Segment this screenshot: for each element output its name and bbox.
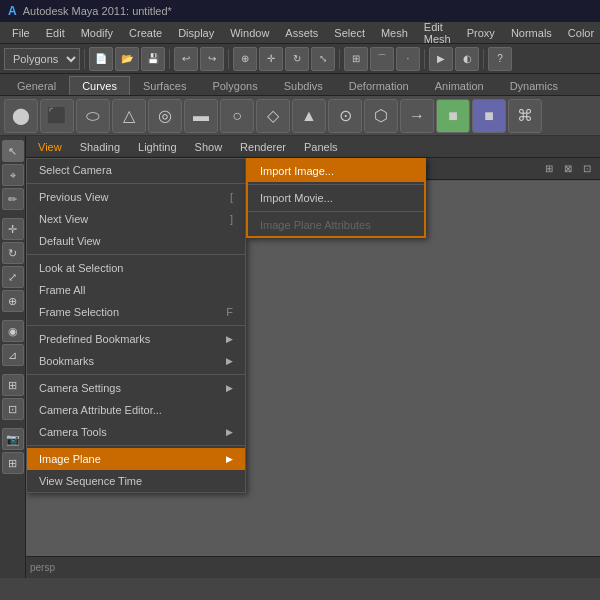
shelf-cone[interactable]: △ bbox=[112, 99, 146, 133]
menu-color[interactable]: Color bbox=[560, 25, 600, 41]
select-btn[interactable]: ⊕ bbox=[233, 47, 257, 71]
menu-camera-attribute-editor[interactable]: Camera Attribute Editor... bbox=[27, 399, 245, 421]
shelf-cube[interactable]: ⬛ bbox=[40, 99, 74, 133]
vp-menu-shading[interactable]: Shading bbox=[72, 139, 128, 155]
shelf-extra2[interactable]: ■ bbox=[472, 99, 506, 133]
submenu-import-image[interactable]: Import Image... bbox=[248, 160, 424, 182]
snap-point-btn[interactable]: · bbox=[396, 47, 420, 71]
shelf-extra3[interactable]: ⌘ bbox=[508, 99, 542, 133]
soft-mod[interactable]: ◉ bbox=[2, 320, 24, 342]
tab-curves[interactable]: Curves bbox=[69, 76, 130, 95]
shelf-extra1[interactable]: ■ bbox=[436, 99, 470, 133]
menu-mesh[interactable]: Mesh bbox=[373, 25, 416, 41]
vp-menu-show[interactable]: Show bbox=[187, 139, 231, 155]
menu-frame-selection[interactable]: Frame Selection F bbox=[27, 301, 245, 323]
vp-menu-lighting[interactable]: Lighting bbox=[130, 139, 185, 155]
shelf-helix[interactable]: ⊙ bbox=[328, 99, 362, 133]
tab-deformation[interactable]: Deformation bbox=[336, 76, 422, 95]
tab-animation[interactable]: Animation bbox=[422, 76, 497, 95]
scale-btn[interactable]: ⤡ bbox=[311, 47, 335, 71]
menu-window[interactable]: Window bbox=[222, 25, 277, 41]
menu-select-camera[interactable]: Select Camera bbox=[27, 159, 245, 181]
shelf-prism[interactable]: ◇ bbox=[256, 99, 290, 133]
menu-normals[interactable]: Normals bbox=[503, 25, 560, 41]
tab-polygons[interactable]: Polygons bbox=[199, 76, 270, 95]
bookmarks-label: Bookmarks bbox=[39, 355, 94, 367]
menu-previous-view[interactable]: Previous View [ bbox=[27, 186, 245, 208]
tab-dynamics[interactable]: Dynamics bbox=[497, 76, 571, 95]
open-file-btn[interactable]: 📂 bbox=[115, 47, 139, 71]
camera-icon[interactable]: 📷 bbox=[2, 428, 24, 450]
snap-grid-btn[interactable]: ⊞ bbox=[344, 47, 368, 71]
vp-menu-renderer[interactable]: Renderer bbox=[232, 139, 294, 155]
snap-curve-btn[interactable]: ⌒ bbox=[370, 47, 394, 71]
frame-all-label: Frame All bbox=[39, 284, 85, 296]
menu-default-view[interactable]: Default View bbox=[27, 230, 245, 252]
menu-camera-settings[interactable]: Camera Settings bbox=[27, 377, 245, 399]
snap[interactable]: ⊡ bbox=[2, 398, 24, 420]
tab-surfaces[interactable]: Surfaces bbox=[130, 76, 199, 95]
new-file-btn[interactable]: 📄 bbox=[89, 47, 113, 71]
vp-icon-split[interactable]: ⊞ bbox=[540, 160, 558, 178]
menu-look-at-selection[interactable]: Look at Selection bbox=[27, 257, 245, 279]
show-manip[interactable]: ⊞ bbox=[2, 374, 24, 396]
redo-btn[interactable]: ↪ bbox=[200, 47, 224, 71]
toolbar-separator-4 bbox=[339, 49, 340, 69]
menu-camera-tools[interactable]: Camera Tools bbox=[27, 421, 245, 443]
image-plane-submenu: Import Image... Import Movie... Image Pl… bbox=[246, 158, 426, 238]
menu-create[interactable]: Create bbox=[121, 25, 170, 41]
view-sequence-time-label: View Sequence Time bbox=[39, 475, 142, 487]
rotate-btn[interactable]: ↻ bbox=[285, 47, 309, 71]
last-tool[interactable]: ⊕ bbox=[2, 290, 24, 312]
frame-selection-shortcut: F bbox=[226, 306, 233, 318]
tab-general[interactable]: General bbox=[4, 76, 69, 95]
lasso-tool[interactable]: ⌖ bbox=[2, 164, 24, 186]
menu-image-plane[interactable]: Image Plane bbox=[27, 448, 245, 470]
select-tool[interactable]: ↖ bbox=[2, 140, 24, 162]
menu-bookmarks[interactable]: Bookmarks bbox=[27, 350, 245, 372]
render-btn[interactable]: ▶ bbox=[429, 47, 453, 71]
paint-select[interactable]: ✏ bbox=[2, 188, 24, 210]
ipr-btn[interactable]: ◐ bbox=[455, 47, 479, 71]
vp-icon-render[interactable]: ⊡ bbox=[578, 160, 596, 178]
submenu-import-movie[interactable]: Import Movie... bbox=[248, 187, 424, 209]
menu-select[interactable]: Select bbox=[326, 25, 373, 41]
save-btn[interactable]: 💾 bbox=[141, 47, 165, 71]
shelf-arrow[interactable]: → bbox=[400, 99, 434, 133]
move-btn[interactable]: ✛ bbox=[259, 47, 283, 71]
shelf-torus[interactable]: ◎ bbox=[148, 99, 182, 133]
menu-file[interactable]: File bbox=[4, 25, 38, 41]
menu-view-sequence-time[interactable]: View Sequence Time bbox=[27, 470, 245, 492]
move-tool[interactable]: ✛ bbox=[2, 218, 24, 240]
mode-select[interactable]: Polygons bbox=[4, 48, 80, 70]
help-btn[interactable]: ? bbox=[488, 47, 512, 71]
scale-tool[interactable]: ⤢ bbox=[2, 266, 24, 288]
toolbar-separator-3 bbox=[228, 49, 229, 69]
menu-proxy[interactable]: Proxy bbox=[459, 25, 503, 41]
shelf-pyramid[interactable]: ▲ bbox=[292, 99, 326, 133]
title-text: Autodesk Maya 2011: untitled* bbox=[23, 5, 172, 17]
previous-view-label: Previous View bbox=[39, 191, 109, 203]
shelf-plane[interactable]: ▬ bbox=[184, 99, 218, 133]
menu-display[interactable]: Display bbox=[170, 25, 222, 41]
menu-edit[interactable]: Edit bbox=[38, 25, 73, 41]
menu-predefined-bookmarks[interactable]: Predefined Bookmarks bbox=[27, 328, 245, 350]
menu-assets[interactable]: Assets bbox=[277, 25, 326, 41]
menu-frame-all[interactable]: Frame All bbox=[27, 279, 245, 301]
grid-icon[interactable]: ⊞ bbox=[2, 452, 24, 474]
menu-next-view[interactable]: Next View ] bbox=[27, 208, 245, 230]
rotate-tool[interactable]: ↻ bbox=[2, 242, 24, 264]
vp-icon-unsplit[interactable]: ⊠ bbox=[559, 160, 577, 178]
shelf-soccer[interactable]: ⬡ bbox=[364, 99, 398, 133]
tab-subdivs[interactable]: Subdivs bbox=[271, 76, 336, 95]
shelf-pipe[interactable]: ○ bbox=[220, 99, 254, 133]
sculpt[interactable]: ⊿ bbox=[2, 344, 24, 366]
vp-menu-panels[interactable]: Panels bbox=[296, 139, 346, 155]
shelf-sphere[interactable]: ⬤ bbox=[4, 99, 38, 133]
menu-edit-mesh[interactable]: Edit Mesh bbox=[416, 19, 459, 47]
shelf-cylinder[interactable]: ⬭ bbox=[76, 99, 110, 133]
vp-menu-view[interactable]: View bbox=[30, 139, 70, 155]
undo-btn[interactable]: ↩ bbox=[174, 47, 198, 71]
menu-modify[interactable]: Modify bbox=[73, 25, 121, 41]
dropdown-sep-2 bbox=[27, 254, 245, 255]
